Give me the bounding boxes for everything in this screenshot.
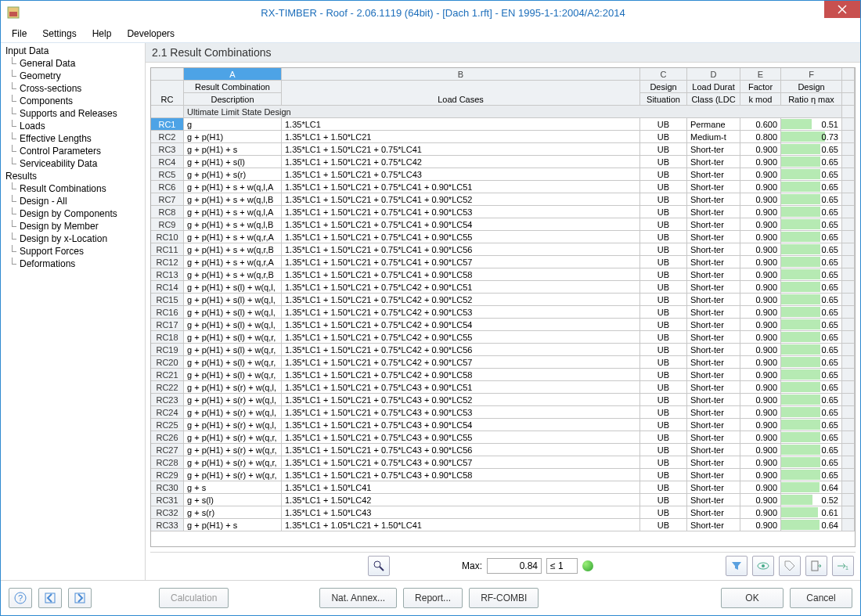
max-label: Max: [462, 560, 482, 571]
menubar: File Settings Help Developers [1, 24, 860, 43]
table-row[interactable]: RC4g + p(H1) + s(l)1.35*LC1 + 1.50*LC21 … [151, 156, 855, 168]
table-row[interactable]: RC23g + p(H1) + s(r) + w(q,l,1.35*LC1 + … [151, 394, 855, 406]
max-condition: ≤ 1 [546, 558, 578, 574]
table-row[interactable]: RC21g + p(H1) + s(l) + w(q,r,1.35*LC1 + … [151, 369, 855, 381]
grid-toolbar: Max: 0.84 ≤ 1 1 [150, 552, 856, 578]
jump-icon[interactable]: 1 [832, 556, 854, 576]
tree-item[interactable]: General Data [4, 57, 145, 70]
table-row[interactable]: RC19g + p(H1) + s(l) + w(q,r,1.35*LC1 + … [151, 344, 855, 356]
find-icon[interactable] [368, 556, 390, 576]
tree-item[interactable]: Design - All [4, 195, 145, 207]
table-row[interactable]: RC15g + p(H1) + s(l) + w(q,l,1.35*LC1 + … [151, 294, 855, 306]
table-row[interactable]: RC25g + p(H1) + s(r) + w(q,l,1.35*LC1 + … [151, 419, 855, 431]
table-row[interactable]: RC13g + p(H1) + s + w(q,r,B1.35*LC1 + 1.… [151, 268, 855, 281]
filter-icon[interactable] [726, 556, 748, 576]
close-button[interactable] [824, 1, 860, 18]
table-row[interactable]: RC33g + p(H1) + s1.35*LC1 + 1.05*LC21 + … [151, 519, 855, 531]
menu-developers[interactable]: Developers [121, 27, 181, 41]
rf-combi-button[interactable]: RF-COMBI [469, 588, 539, 608]
col-letter-b[interactable]: B [282, 68, 640, 81]
report-button[interactable]: Report... [403, 588, 463, 608]
table-row[interactable]: RC10g + p(H1) + s + w(q,r,A1.35*LC1 + 1.… [151, 231, 855, 243]
table-row[interactable]: RC6g + p(H1) + s + w(q,l,A1.35*LC1 + 1.5… [151, 181, 855, 193]
table-row[interactable]: RC28g + p(H1) + s(r) + w(q,r,1.35*LC1 + … [151, 456, 855, 469]
tree-item[interactable]: Components [4, 95, 145, 107]
navigation-tree[interactable]: Input Data General DataGeometryCross-sec… [1, 43, 146, 580]
calculation-button[interactable]: Calculation [159, 588, 229, 608]
tree-item[interactable]: Supports and Releases [4, 107, 145, 120]
status-ok-icon [582, 560, 593, 571]
table-row[interactable]: RC32g + s(r)1.35*LC1 + 1.50*LC43UBShort-… [151, 506, 855, 519]
pane-title: 2.1 Result Combinations [146, 43, 860, 63]
svg-text:?: ? [18, 593, 23, 603]
table-row[interactable]: RC2g + p(H1)1.35*LC1 + 1.50*LC21UBMedium… [151, 131, 855, 143]
titlebar: RX-TIMBER - Roof - 2.06.1119 (64bit) - [… [1, 1, 860, 24]
table-row[interactable]: RC12g + p(H1) + s + w(q,r,A1.35*LC1 + 1.… [151, 256, 855, 268]
tree-item[interactable]: Effective Lengths [4, 132, 145, 145]
app-icon [4, 3, 23, 22]
table-row[interactable]: RC30g + s1.35*LC1 + 1.50*LC41UBShort-ter… [151, 481, 855, 494]
svg-rect-8 [812, 561, 818, 571]
next-button[interactable] [68, 588, 92, 608]
tree-item[interactable]: Design by Member [4, 220, 145, 232]
table-row[interactable]: RC5g + p(H1) + s(r)1.35*LC1 + 1.50*LC21 … [151, 168, 855, 181]
menu-file[interactable]: File [5, 27, 33, 41]
table-row[interactable]: RC17g + p(H1) + s(l) + w(q,l,1.35*LC1 + … [151, 319, 855, 331]
col-letter-c[interactable]: C [640, 68, 687, 81]
menu-settings[interactable]: Settings [36, 27, 82, 41]
table-row[interactable]: RC31g + s(l)1.35*LC1 + 1.50*LC42UBShort-… [151, 494, 855, 506]
svg-point-7 [762, 564, 765, 567]
window-title: RX-TIMBER - Roof - 2.06.1119 (64bit) - [… [26, 7, 860, 19]
col-letter-e[interactable]: E [740, 68, 781, 81]
max-value: 0.84 [487, 558, 542, 574]
cancel-button[interactable]: Cancel [790, 588, 852, 608]
table-row[interactable]: RC24g + p(H1) + s(r) + w(q,l,1.35*LC1 + … [151, 406, 855, 419]
svg-rect-1 [9, 12, 17, 16]
view-icon[interactable] [752, 556, 774, 576]
col-letter-a[interactable]: A [184, 68, 282, 81]
export-icon[interactable] [805, 556, 827, 576]
tree-results[interactable]: Results [4, 170, 145, 182]
svg-text:1: 1 [845, 565, 848, 571]
tree-item[interactable]: Support Forces [4, 245, 145, 258]
table-row[interactable]: RC29g + p(H1) + s(r) + w(q,r,1.35*LC1 + … [151, 469, 855, 481]
menu-help[interactable]: Help [86, 27, 118, 41]
app-window: RX-TIMBER - Roof - 2.06.1119 (64bit) - [… [0, 0, 861, 616]
table-row[interactable]: RC7g + p(H1) + s + w(q,l,B1.35*LC1 + 1.5… [151, 193, 855, 206]
tree-input-data[interactable]: Input Data [4, 45, 145, 57]
col-letter-d[interactable]: D [687, 68, 740, 81]
table-row[interactable]: RC27g + p(H1) + s(r) + w(q,r,1.35*LC1 + … [151, 444, 855, 456]
help-button[interactable]: ? [9, 588, 32, 608]
table-row[interactable]: RC20g + p(H1) + s(l) + w(q,r,1.35*LC1 + … [151, 356, 855, 369]
tag-icon[interactable] [779, 556, 801, 576]
tree-item[interactable]: Loads [4, 120, 145, 132]
table-row[interactable]: RC9g + p(H1) + s + w(q,l,B1.35*LC1 + 1.5… [151, 218, 855, 231]
tree-item[interactable]: Design by Components [4, 207, 145, 220]
tree-item[interactable]: Geometry [4, 70, 145, 82]
table-row[interactable]: RC18g + p(H1) + s(l) + w(q,r,1.35*LC1 + … [151, 331, 855, 344]
tree-item[interactable]: Cross-sections [4, 82, 145, 95]
tree-item[interactable]: Design by x-Location [4, 232, 145, 245]
results-grid[interactable]: A B C D E F Result Combination Design Lo… [150, 67, 856, 547]
table-row[interactable]: RC22g + p(H1) + s(r) + w(q,l,1.35*LC1 + … [151, 381, 855, 394]
table-row[interactable]: RC26g + p(H1) + s(r) + w(q,r,1.35*LC1 + … [151, 431, 855, 444]
dialog-buttons: ? Calculation Nat. Annex... Report... RF… [1, 581, 860, 615]
table-row[interactable]: RC3g + p(H1) + s1.35*LC1 + 1.50*LC21 + 0… [151, 143, 855, 156]
table-row[interactable]: RC8g + p(H1) + s + w(q,l,A1.35*LC1 + 1.5… [151, 206, 855, 218]
nat-annex-button[interactable]: Nat. Annex... [319, 588, 397, 608]
group-header: Ultimate Limit State Design [184, 106, 842, 118]
svg-line-5 [380, 567, 384, 571]
tree-item[interactable]: Control Parameters [4, 145, 145, 157]
col-letter-f[interactable]: F [781, 68, 842, 81]
table-row[interactable]: RC14g + p(H1) + s(l) + w(q,l,1.35*LC1 + … [151, 281, 855, 294]
tree-item[interactable]: Serviceability Data [4, 157, 145, 170]
table-row[interactable]: RC16g + p(H1) + s(l) + w(q,l,1.35*LC1 + … [151, 306, 855, 319]
svg-point-4 [374, 561, 380, 567]
tree-item[interactable]: Deformations [4, 258, 145, 270]
table-row[interactable]: RC11g + p(H1) + s + w(q,r,B1.35*LC1 + 1.… [151, 243, 855, 256]
ok-button[interactable]: OK [721, 588, 784, 608]
tree-item[interactable]: Result Combinations [4, 182, 145, 195]
prev-button[interactable] [38, 588, 62, 608]
table-row[interactable]: RC1g1.35*LC1UBPermane0.6000.51 [151, 118, 855, 131]
